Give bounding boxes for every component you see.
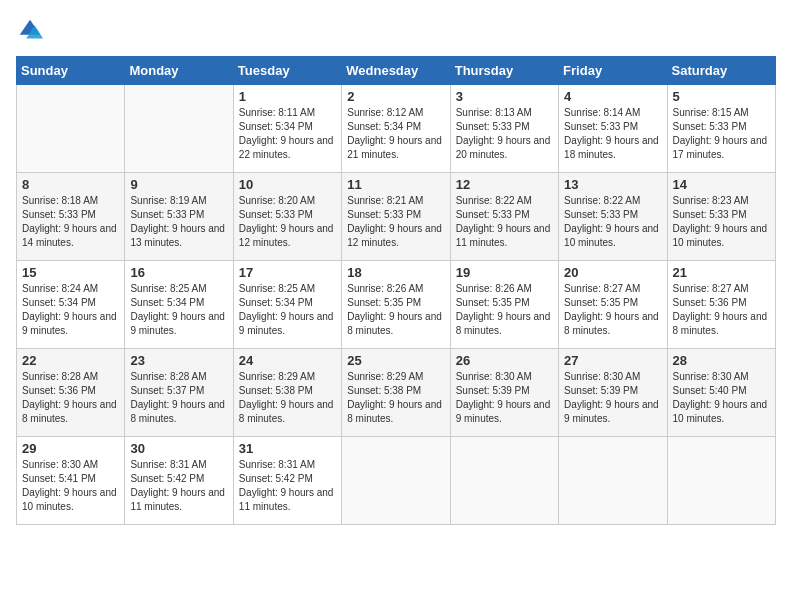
day-number: 28: [673, 353, 770, 368]
day-info: Sunrise: 8:28 AMSunset: 5:36 PMDaylight:…: [22, 370, 119, 426]
calendar-cell-day-28: 28Sunrise: 8:30 AMSunset: 5:40 PMDayligh…: [667, 349, 775, 437]
day-info: Sunrise: 8:22 AMSunset: 5:33 PMDaylight:…: [456, 194, 553, 250]
day-info: Sunrise: 8:30 AMSunset: 5:41 PMDaylight:…: [22, 458, 119, 514]
day-number: 3: [456, 89, 553, 104]
day-info: Sunrise: 8:18 AMSunset: 5:33 PMDaylight:…: [22, 194, 119, 250]
calendar-cell-day-22: 22Sunrise: 8:28 AMSunset: 5:36 PMDayligh…: [17, 349, 125, 437]
calendar-week-row: 8Sunrise: 8:18 AMSunset: 5:33 PMDaylight…: [17, 173, 776, 261]
calendar-cell-day-18: 18Sunrise: 8:26 AMSunset: 5:35 PMDayligh…: [342, 261, 450, 349]
day-number: 25: [347, 353, 444, 368]
day-number: 5: [673, 89, 770, 104]
calendar-cell-day-5: 5Sunrise: 8:15 AMSunset: 5:33 PMDaylight…: [667, 85, 775, 173]
day-number: 4: [564, 89, 661, 104]
calendar-cell-day-11: 11Sunrise: 8:21 AMSunset: 5:33 PMDayligh…: [342, 173, 450, 261]
column-header-tuesday: Tuesday: [233, 57, 341, 85]
column-header-saturday: Saturday: [667, 57, 775, 85]
day-info: Sunrise: 8:30 AMSunset: 5:39 PMDaylight:…: [564, 370, 661, 426]
day-number: 9: [130, 177, 227, 192]
day-number: 30: [130, 441, 227, 456]
calendar-cell-empty: [342, 437, 450, 525]
calendar-cell-day-30: 30Sunrise: 8:31 AMSunset: 5:42 PMDayligh…: [125, 437, 233, 525]
day-number: 11: [347, 177, 444, 192]
page-header: [16, 16, 776, 44]
day-info: Sunrise: 8:25 AMSunset: 5:34 PMDaylight:…: [239, 282, 336, 338]
day-number: 18: [347, 265, 444, 280]
calendar-cell-day-3: 3Sunrise: 8:13 AMSunset: 5:33 PMDaylight…: [450, 85, 558, 173]
calendar-cell-day-14: 14Sunrise: 8:23 AMSunset: 5:33 PMDayligh…: [667, 173, 775, 261]
day-info: Sunrise: 8:31 AMSunset: 5:42 PMDaylight:…: [239, 458, 336, 514]
day-info: Sunrise: 8:14 AMSunset: 5:33 PMDaylight:…: [564, 106, 661, 162]
calendar-table: SundayMondayTuesdayWednesdayThursdayFrid…: [16, 56, 776, 525]
day-info: Sunrise: 8:19 AMSunset: 5:33 PMDaylight:…: [130, 194, 227, 250]
day-info: Sunrise: 8:26 AMSunset: 5:35 PMDaylight:…: [456, 282, 553, 338]
day-info: Sunrise: 8:23 AMSunset: 5:33 PMDaylight:…: [673, 194, 770, 250]
day-info: Sunrise: 8:25 AMSunset: 5:34 PMDaylight:…: [130, 282, 227, 338]
day-number: 27: [564, 353, 661, 368]
column-header-friday: Friday: [559, 57, 667, 85]
day-info: Sunrise: 8:21 AMSunset: 5:33 PMDaylight:…: [347, 194, 444, 250]
logo-icon: [16, 16, 44, 44]
calendar-week-row: 29Sunrise: 8:30 AMSunset: 5:41 PMDayligh…: [17, 437, 776, 525]
calendar-cell-day-2: 2Sunrise: 8:12 AMSunset: 5:34 PMDaylight…: [342, 85, 450, 173]
day-info: Sunrise: 8:30 AMSunset: 5:40 PMDaylight:…: [673, 370, 770, 426]
calendar-cell-day-21: 21Sunrise: 8:27 AMSunset: 5:36 PMDayligh…: [667, 261, 775, 349]
calendar-cell-day-31: 31Sunrise: 8:31 AMSunset: 5:42 PMDayligh…: [233, 437, 341, 525]
day-number: 17: [239, 265, 336, 280]
calendar-cell-empty: [17, 85, 125, 173]
day-info: Sunrise: 8:12 AMSunset: 5:34 PMDaylight:…: [347, 106, 444, 162]
day-number: 26: [456, 353, 553, 368]
day-info: Sunrise: 8:27 AMSunset: 5:35 PMDaylight:…: [564, 282, 661, 338]
day-number: 29: [22, 441, 119, 456]
calendar-cell-day-29: 29Sunrise: 8:30 AMSunset: 5:41 PMDayligh…: [17, 437, 125, 525]
day-number: 22: [22, 353, 119, 368]
column-header-sunday: Sunday: [17, 57, 125, 85]
day-number: 16: [130, 265, 227, 280]
calendar-week-row: 1Sunrise: 8:11 AMSunset: 5:34 PMDaylight…: [17, 85, 776, 173]
calendar-cell-day-8: 8Sunrise: 8:18 AMSunset: 5:33 PMDaylight…: [17, 173, 125, 261]
calendar-cell-day-4: 4Sunrise: 8:14 AMSunset: 5:33 PMDaylight…: [559, 85, 667, 173]
calendar-cell-day-25: 25Sunrise: 8:29 AMSunset: 5:38 PMDayligh…: [342, 349, 450, 437]
day-info: Sunrise: 8:22 AMSunset: 5:33 PMDaylight:…: [564, 194, 661, 250]
day-number: 12: [456, 177, 553, 192]
calendar-cell-day-16: 16Sunrise: 8:25 AMSunset: 5:34 PMDayligh…: [125, 261, 233, 349]
day-number: 13: [564, 177, 661, 192]
calendar-cell-day-9: 9Sunrise: 8:19 AMSunset: 5:33 PMDaylight…: [125, 173, 233, 261]
day-info: Sunrise: 8:15 AMSunset: 5:33 PMDaylight:…: [673, 106, 770, 162]
calendar-week-row: 22Sunrise: 8:28 AMSunset: 5:36 PMDayligh…: [17, 349, 776, 437]
calendar-cell-day-24: 24Sunrise: 8:29 AMSunset: 5:38 PMDayligh…: [233, 349, 341, 437]
calendar-cell-day-26: 26Sunrise: 8:30 AMSunset: 5:39 PMDayligh…: [450, 349, 558, 437]
calendar-cell-day-19: 19Sunrise: 8:26 AMSunset: 5:35 PMDayligh…: [450, 261, 558, 349]
calendar-week-row: 15Sunrise: 8:24 AMSunset: 5:34 PMDayligh…: [17, 261, 776, 349]
day-number: 15: [22, 265, 119, 280]
day-info: Sunrise: 8:30 AMSunset: 5:39 PMDaylight:…: [456, 370, 553, 426]
day-number: 1: [239, 89, 336, 104]
column-header-monday: Monday: [125, 57, 233, 85]
calendar-cell-day-15: 15Sunrise: 8:24 AMSunset: 5:34 PMDayligh…: [17, 261, 125, 349]
day-number: 10: [239, 177, 336, 192]
calendar-cell-empty: [667, 437, 775, 525]
logo: [16, 16, 48, 44]
day-number: 24: [239, 353, 336, 368]
calendar-cell-day-17: 17Sunrise: 8:25 AMSunset: 5:34 PMDayligh…: [233, 261, 341, 349]
day-number: 23: [130, 353, 227, 368]
day-info: Sunrise: 8:13 AMSunset: 5:33 PMDaylight:…: [456, 106, 553, 162]
calendar-cell-day-10: 10Sunrise: 8:20 AMSunset: 5:33 PMDayligh…: [233, 173, 341, 261]
day-info: Sunrise: 8:26 AMSunset: 5:35 PMDaylight:…: [347, 282, 444, 338]
calendar-cell-day-1: 1Sunrise: 8:11 AMSunset: 5:34 PMDaylight…: [233, 85, 341, 173]
day-info: Sunrise: 8:31 AMSunset: 5:42 PMDaylight:…: [130, 458, 227, 514]
day-info: Sunrise: 8:11 AMSunset: 5:34 PMDaylight:…: [239, 106, 336, 162]
day-info: Sunrise: 8:27 AMSunset: 5:36 PMDaylight:…: [673, 282, 770, 338]
calendar-cell-empty: [559, 437, 667, 525]
column-header-wednesday: Wednesday: [342, 57, 450, 85]
day-number: 14: [673, 177, 770, 192]
calendar-cell-day-12: 12Sunrise: 8:22 AMSunset: 5:33 PMDayligh…: [450, 173, 558, 261]
calendar-cell-day-20: 20Sunrise: 8:27 AMSunset: 5:35 PMDayligh…: [559, 261, 667, 349]
day-number: 31: [239, 441, 336, 456]
day-info: Sunrise: 8:28 AMSunset: 5:37 PMDaylight:…: [130, 370, 227, 426]
day-number: 8: [22, 177, 119, 192]
calendar-cell-day-27: 27Sunrise: 8:30 AMSunset: 5:39 PMDayligh…: [559, 349, 667, 437]
calendar-cell-day-13: 13Sunrise: 8:22 AMSunset: 5:33 PMDayligh…: [559, 173, 667, 261]
calendar-header-row: SundayMondayTuesdayWednesdayThursdayFrid…: [17, 57, 776, 85]
day-number: 21: [673, 265, 770, 280]
day-info: Sunrise: 8:20 AMSunset: 5:33 PMDaylight:…: [239, 194, 336, 250]
